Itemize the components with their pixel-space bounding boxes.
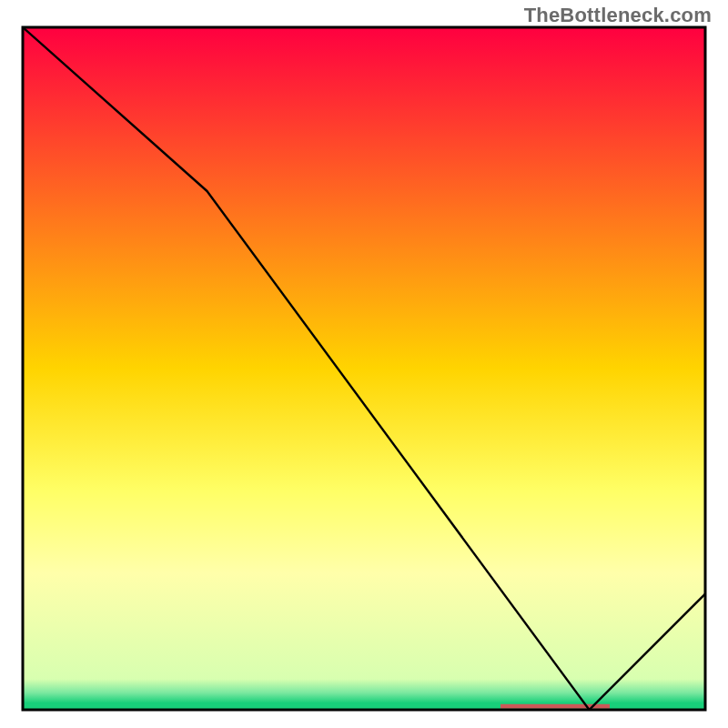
chart-svg — [0, 0, 728, 728]
attribution-label: TheBottleneck.com — [524, 4, 712, 27]
chart-container: TheBottleneck.com — [0, 0, 728, 728]
gradient-background — [23, 27, 705, 710]
